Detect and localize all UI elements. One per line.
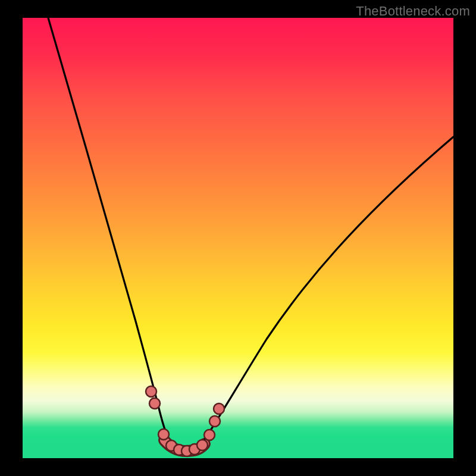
curve-right-branch <box>200 137 453 446</box>
curve-layer <box>23 18 453 458</box>
watermark-text: TheBottleneck.com <box>356 4 470 19</box>
marker-dot <box>209 416 220 427</box>
marker-dot <box>204 430 215 440</box>
marker-dot <box>149 398 160 409</box>
marker-dot <box>146 386 156 397</box>
marker-dot <box>197 440 208 450</box>
plot-area <box>23 18 453 458</box>
curve-left-branch <box>48 18 171 445</box>
chart-frame: TheBottleneck.com <box>0 0 476 476</box>
marker-group <box>146 386 224 456</box>
marker-dot <box>214 403 224 414</box>
marker-dot <box>158 429 169 440</box>
